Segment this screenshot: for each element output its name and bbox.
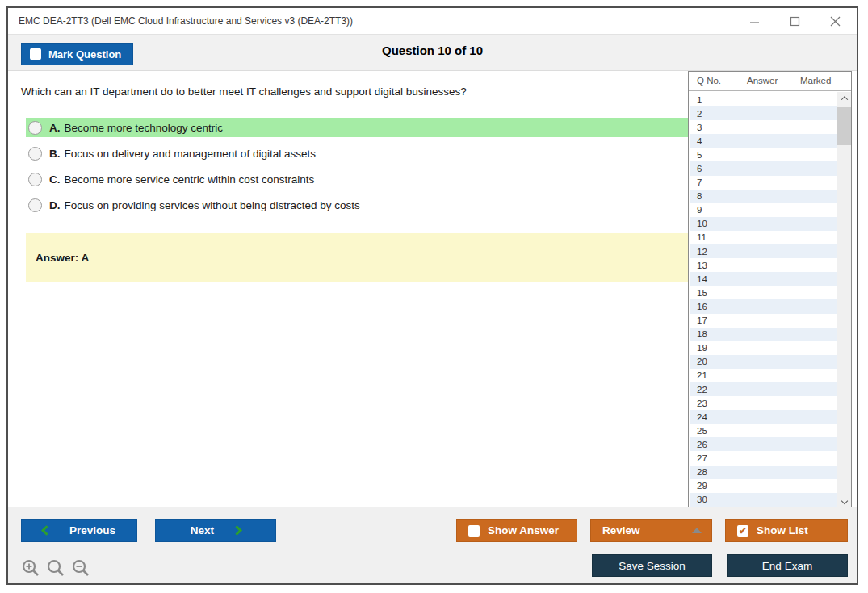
list-row[interactable]: 22 — [690, 382, 837, 396]
question-list-panel: Q No. Answer Marked 12345678910111213141… — [688, 71, 852, 509]
chevron-up-icon — [841, 96, 847, 102]
previous-button[interactable]: Previous — [21, 519, 137, 542]
close-button[interactable] — [830, 16, 841, 27]
column-header-answer: Answer — [747, 76, 778, 86]
zoom-out-icon[interactable] — [71, 558, 90, 579]
chevron-left-icon — [41, 525, 52, 536]
column-header-marked: Marked — [800, 76, 831, 86]
list-row[interactable]: 1 — [690, 93, 837, 106]
scroll-up-button[interactable] — [837, 92, 851, 105]
list-row[interactable]: 20 — [690, 355, 837, 369]
app-window: EMC DEA-2TT3 (Dell EMC Cloud Infrastruct… — [6, 6, 858, 585]
options-list: A.Become more technology centricB.Focus … — [26, 118, 694, 221]
option-text: Focus on providing services without bein… — [65, 199, 360, 211]
option-letter: D. — [49, 199, 61, 211]
list-row[interactable]: 19 — [690, 341, 837, 355]
window-title: EMC DEA-2TT3 (Dell EMC Cloud Infrastruct… — [8, 15, 353, 27]
list-row[interactable]: 7 — [690, 176, 837, 190]
list-row[interactable]: 25 — [690, 424, 837, 437]
list-row[interactable]: 21 — [690, 369, 837, 382]
answer-text: Answer: A — [36, 252, 89, 264]
list-row[interactable]: 14 — [690, 272, 837, 286]
list-row[interactable]: 24 — [690, 410, 837, 424]
question-list-header: Q No. Answer Marked — [689, 72, 851, 91]
option-text: Become more service centric within cost … — [65, 173, 315, 186]
minimize-button[interactable] — [749, 16, 760, 27]
list-row[interactable]: 18 — [690, 328, 837, 341]
review-label: Review — [602, 524, 640, 537]
next-label: Next — [191, 524, 214, 537]
list-row[interactable]: 6 — [690, 161, 837, 175]
list-row[interactable]: 8 — [690, 190, 837, 203]
bottom-bar: Previous Next Show Answer Review ✔ Show … — [8, 507, 857, 583]
answer-option-d[interactable]: D.Focus on providing services without be… — [26, 195, 694, 215]
list-row[interactable]: 29 — [690, 479, 837, 493]
zoom-reset-icon[interactable] — [46, 558, 65, 579]
option-letter: C. — [49, 173, 61, 186]
answer-option-a[interactable]: A.Become more technology centric — [26, 118, 694, 137]
end-exam-button[interactable]: End Exam — [727, 554, 848, 577]
titlebar: EMC DEA-2TT3 (Dell EMC Cloud Infrastruct… — [8, 8, 857, 34]
list-row[interactable]: 15 — [690, 286, 837, 299]
list-row[interactable]: 30 — [690, 493, 837, 507]
next-button[interactable]: Next — [155, 519, 276, 542]
list-row[interactable]: 11 — [690, 231, 837, 244]
list-row[interactable]: 2 — [690, 106, 837, 120]
answer-option-c[interactable]: C.Become more service centric within cos… — [26, 169, 694, 189]
option-text: Become more technology centric — [65, 122, 224, 134]
list-row[interactable]: 28 — [690, 466, 837, 479]
show-list-checkbox[interactable]: ✔ — [737, 525, 748, 537]
list-row[interactable]: 9 — [690, 203, 837, 217]
column-header-qno: Q No. — [697, 76, 721, 86]
list-row[interactable]: 26 — [690, 437, 837, 451]
main-area: Which can an IT department do to better … — [8, 71, 857, 507]
list-row[interactable]: 5 — [690, 148, 837, 161]
answer-option-b[interactable]: B.Focus on delivery and management of di… — [26, 144, 694, 163]
list-row[interactable]: 17 — [690, 314, 837, 328]
review-button[interactable]: Review — [590, 519, 712, 542]
question-list-rows: 1234567891011121314151617181920212223242… — [690, 93, 837, 507]
previous-label: Previous — [69, 524, 115, 537]
radio-icon[interactable] — [28, 173, 42, 186]
question-list-scrollbar[interactable] — [837, 92, 851, 508]
list-row[interactable]: 27 — [690, 451, 837, 465]
show-answer-label: Show Answer — [488, 524, 559, 537]
chevron-down-icon — [841, 497, 847, 503]
question-text: Which can an IT department do to better … — [21, 86, 467, 98]
save-session-button[interactable]: Save Session — [592, 554, 712, 577]
show-answer-checkbox[interactable] — [468, 525, 480, 537]
radio-icon[interactable] — [28, 121, 42, 135]
show-answer-button[interactable]: Show Answer — [456, 519, 577, 542]
show-list-label: Show List — [757, 524, 808, 537]
zoom-controls — [21, 558, 90, 579]
end-exam-label: End Exam — [762, 560, 812, 572]
dropdown-up-arrow-icon — [692, 528, 702, 533]
save-session-label: Save Session — [619, 560, 686, 572]
header-band: Mark Question Question 10 of 10 — [8, 34, 857, 71]
list-row[interactable]: 23 — [690, 396, 837, 410]
option-letter: A. — [49, 122, 61, 134]
show-list-button[interactable]: ✔ Show List — [725, 519, 848, 542]
option-letter: B. — [49, 148, 61, 160]
radio-icon[interactable] — [28, 198, 42, 212]
list-row[interactable]: 13 — [690, 258, 837, 272]
list-row[interactable]: 12 — [690, 244, 837, 258]
answer-box: Answer: A — [26, 233, 694, 282]
scrollbar-thumb[interactable] — [837, 107, 851, 145]
list-row[interactable]: 3 — [690, 120, 837, 134]
chevron-right-icon — [232, 525, 242, 536]
list-row[interactable]: 16 — [690, 299, 837, 313]
list-row[interactable]: 4 — [690, 134, 837, 148]
option-text: Focus on delivery and management of digi… — [65, 148, 316, 160]
radio-icon[interactable] — [28, 147, 42, 161]
zoom-in-icon[interactable] — [21, 558, 40, 579]
question-counter: Question 10 of 10 — [8, 44, 857, 57]
maximize-button[interactable] — [790, 16, 800, 27]
list-row[interactable]: 10 — [690, 217, 837, 231]
